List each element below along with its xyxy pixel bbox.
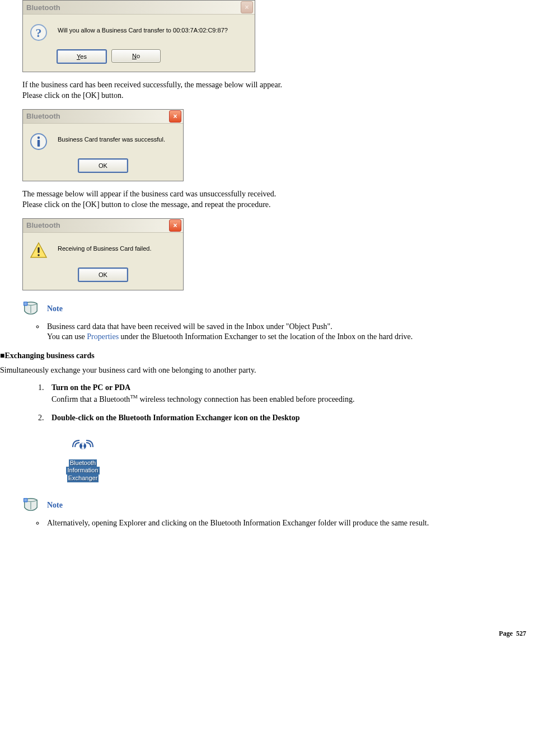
desktop-icon-label: Bluetooth	[69, 459, 97, 467]
section-intro: Simultaneously exchange your business ca…	[0, 366, 534, 375]
bluetooth-failed-dialog: Bluetooth × Receiving of Business Card f…	[22, 218, 184, 290]
list-item: Turn on the PC or PDA Confirm that a Blu…	[46, 383, 534, 405]
question-icon: ?	[30, 24, 48, 41]
page-footer: Page 527	[0, 630, 526, 638]
dialog-body: ? Will you allow a Business Card transfe…	[23, 15, 255, 46]
list-item: Alternatively, opening Explorer and clic…	[45, 518, 534, 529]
text-line: The message below will appear if the bus…	[22, 190, 276, 198]
close-icon[interactable]: ×	[169, 110, 181, 123]
note-list: Business card data that have been receiv…	[45, 322, 534, 343]
dialog-button-row: OK	[23, 264, 183, 290]
paragraph: The message below will appear if the bus…	[22, 189, 534, 210]
dialog-message: Receiving of Business Card failed.	[58, 242, 152, 252]
svg-rect-9	[24, 302, 27, 305]
dialog-button-row: Yes No	[23, 46, 255, 72]
dialog-titlebar: Bluetooth ×	[23, 110, 183, 124]
close-icon[interactable]: ×	[241, 1, 253, 13]
section-heading: ■Exchanging business cards	[0, 351, 534, 360]
step-list: Turn on the PC or PDA Confirm that a Blu…	[46, 383, 534, 423]
dialog-message: Will you allow a Business Card transfer …	[58, 24, 228, 34]
dialog-titlebar: Bluetooth ×	[23, 1, 255, 15]
note-label: Note	[47, 501, 63, 510]
note-heading: Note	[22, 300, 534, 317]
svg-text:?: ?	[36, 26, 42, 40]
list-item: Business card data that have been receiv…	[45, 322, 534, 343]
desktop-icon-label: Exchanger	[67, 475, 99, 482]
svg-point-3	[38, 137, 40, 139]
text-line: Business card data that have been receiv…	[47, 322, 332, 331]
info-icon	[30, 133, 48, 151]
ok-button[interactable]: OK	[78, 158, 128, 173]
svg-rect-6	[38, 247, 39, 253]
yes-button[interactable]: Yes	[57, 49, 107, 64]
desktop-icon-figure: Bluetooth Information Exchanger	[51, 431, 534, 487]
svg-rect-12	[24, 499, 27, 501]
note-icon	[22, 497, 39, 514]
dialog-body: Receiving of Business Card failed.	[23, 233, 183, 264]
dialog-titlebar: Bluetooth ×	[23, 219, 183, 233]
text-line: Please click on the [OK] button to close…	[22, 200, 271, 209]
text-line: Please click on the [OK] button.	[22, 91, 123, 100]
dialog-title: Bluetooth	[26, 112, 169, 120]
bluetooth-confirm-dialog: Bluetooth × ? Will you allow a Business …	[22, 0, 255, 72]
no-button[interactable]: No	[111, 49, 161, 63]
properties-link[interactable]: Properties	[87, 332, 119, 341]
dialog-body: Business Card transfer was successful.	[23, 124, 183, 155]
step-title: Double-click on the Bluetooth Informatio…	[51, 414, 299, 422]
close-icon[interactable]: ×	[169, 219, 181, 232]
text-line: You can use Properties under the Bluetoo…	[47, 332, 413, 341]
warning-icon	[30, 242, 48, 260]
note-label: Note	[47, 304, 63, 313]
bluetooth-success-dialog: Bluetooth × Business Card transfer was s…	[22, 109, 184, 181]
dialog-title: Bluetooth	[26, 3, 241, 12]
paragraph: If the business card has been received s…	[22, 80, 534, 101]
dialog-button-row: OK	[23, 155, 183, 181]
text-line: Alternatively, opening Explorer and clic…	[47, 519, 429, 527]
text-line: If the business card has been received s…	[22, 81, 282, 89]
dialog-title: Bluetooth	[26, 221, 169, 229]
note-heading: Note	[22, 497, 534, 514]
svg-rect-4	[38, 140, 40, 147]
note-icon	[22, 300, 39, 317]
dialog-message: Business Card transfer was successful.	[58, 133, 165, 143]
list-item: Double-click on the Bluetooth Informatio…	[46, 413, 534, 424]
step-title: Turn on the PC or PDA	[51, 383, 130, 392]
svg-point-7	[38, 254, 40, 256]
ok-button[interactable]: OK	[78, 267, 128, 282]
note-list: Alternatively, opening Explorer and clic…	[45, 518, 534, 529]
desktop-icon-label: Information	[66, 467, 99, 475]
step-body: Confirm that a BluetoothTM wireless tech…	[51, 395, 354, 403]
bluetooth-exchanger-icon[interactable]: Bluetooth Information Exchanger	[51, 431, 114, 487]
